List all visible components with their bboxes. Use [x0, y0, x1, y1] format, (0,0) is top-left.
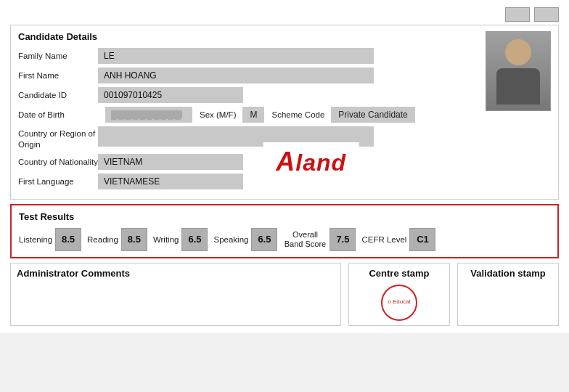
- test-results-title: Test Results: [19, 211, 550, 222]
- listening-label: Listening: [19, 235, 52, 244]
- dob-row: Date of Birth ██████████ Sex (M/F) M Sch…: [18, 107, 551, 123]
- speaking-item: Speaking 6.5: [213, 228, 277, 251]
- candidate-details-section: Candidate Details Family Name LE First N…: [10, 25, 559, 200]
- cefr-label: CEFR Level: [361, 235, 406, 244]
- centre-stamp-circle: o Educat: [381, 285, 417, 321]
- first-language-label: First Language: [18, 177, 98, 186]
- overall-score: 7.5: [329, 228, 356, 251]
- family-name-value: LE: [98, 48, 374, 64]
- watermark-suffix: land: [295, 150, 346, 176]
- dob-blurred: ██████████: [111, 110, 182, 119]
- validation-stamp-label: Validation stamp: [464, 268, 552, 279]
- scheme-group: Scheme Code Private Candidate: [271, 107, 414, 123]
- page: Candidate Details Family Name LE First N…: [0, 0, 569, 333]
- dob-value: ██████████: [105, 107, 192, 123]
- reading-item: Reading 8.5: [87, 228, 147, 251]
- sex-group: Sex (M/F) M: [200, 107, 264, 123]
- photo-person: [486, 32, 550, 110]
- first-name-label: First Name: [18, 71, 98, 80]
- admin-comments-label: Administrator Comments: [17, 268, 335, 279]
- centre-stamp-label: Centre stamp: [355, 268, 443, 279]
- top-button-1[interactable]: [505, 7, 530, 22]
- first-language-row: First Language VIETNAMESE: [18, 173, 551, 189]
- candidate-id-value: 001097010425: [98, 87, 243, 103]
- country-origin-label: Country or Region of Origin: [18, 126, 98, 150]
- scheme-value: Private Candidate: [331, 107, 414, 123]
- bottom-row: Administrator Comments Centre stamp o Ed…: [10, 263, 559, 326]
- writing-score: 6.5: [181, 228, 208, 251]
- centre-stamp-section: Centre stamp o Educat: [348, 263, 450, 326]
- dob-label: Date of Birth: [18, 110, 98, 119]
- country-nationality-label: Country of Nationality: [18, 158, 98, 166]
- listening-score: 8.5: [55, 228, 81, 251]
- scores-row: Listening 8.5 Reading 8.5 Writing 6.5 Sp…: [19, 228, 550, 251]
- photo-body: [496, 68, 540, 105]
- validation-stamp-section: Validation stamp: [457, 263, 559, 326]
- sex-value: M: [242, 107, 264, 123]
- overall-label: Overall Band Score: [283, 230, 327, 249]
- test-results-section: Test Results Listening 8.5 Reading 8.5 W…: [10, 204, 559, 258]
- listening-item: Listening 8.5: [19, 228, 81, 251]
- speaking-score: 6.5: [251, 228, 277, 251]
- top-bar: [10, 7, 559, 22]
- country-nationality-value: VIETNAM: [98, 154, 243, 170]
- cefr-score: C1: [409, 228, 435, 251]
- family-name-row: Family Name LE: [18, 48, 551, 64]
- speaking-label: Speaking: [213, 235, 248, 244]
- top-button-2[interactable]: [534, 7, 559, 22]
- watermark-a: A: [276, 147, 295, 176]
- candidate-photo: [486, 31, 551, 111]
- watermark-text: Aland: [276, 150, 346, 176]
- country-nationality-row: Country of Nationality VIETNAM Aland: [18, 154, 551, 170]
- section-title: Candidate Details: [18, 31, 551, 42]
- candidate-id-row: Candidate ID 001097010425: [18, 87, 551, 103]
- reading-score: 8.5: [121, 228, 147, 251]
- first-name-row: First Name ANH HOANG: [18, 68, 551, 83]
- scheme-label: Scheme Code: [271, 110, 324, 119]
- sex-label: Sex (M/F): [200, 110, 236, 119]
- first-name-value: ANH HOANG: [98, 68, 374, 83]
- first-language-value: VIETNAMESE: [98, 173, 243, 189]
- admin-comments-section: Administrator Comments: [10, 263, 341, 326]
- country-origin-value: [98, 126, 374, 147]
- writing-label: Writing: [153, 235, 179, 244]
- overall-item: Overall Band Score 7.5: [283, 228, 356, 251]
- candidate-id-label: Candidate ID: [18, 91, 98, 99]
- family-name-label: Family Name: [18, 52, 98, 60]
- stamp-text: o Educat: [388, 299, 411, 306]
- cefr-item: CEFR Level C1: [361, 228, 435, 251]
- country-origin-row: Country or Region of Origin: [18, 126, 551, 150]
- photo-head: [505, 39, 531, 65]
- reading-label: Reading: [87, 235, 118, 244]
- writing-item: Writing 6.5: [153, 228, 208, 251]
